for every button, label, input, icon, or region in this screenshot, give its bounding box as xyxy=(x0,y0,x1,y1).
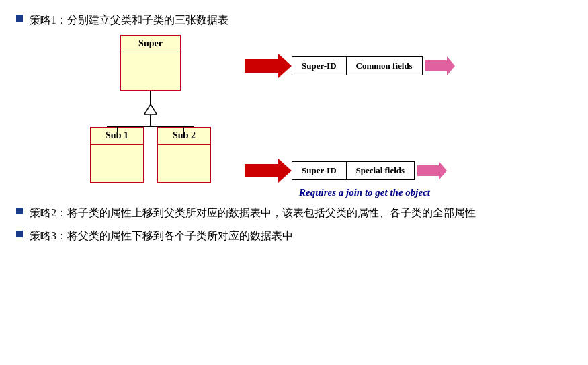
sub2-body xyxy=(158,145,210,163)
inheritance-triangle xyxy=(144,104,157,115)
table2: Super-ID Special fields xyxy=(292,161,415,180)
right-branch-line xyxy=(183,126,185,138)
bullet-item-2: 策略2：将子类的属性上移到父类所对应的数据表中，该表包括父类的属性、各子类的全部… xyxy=(16,205,572,221)
svg-marker-0 xyxy=(144,104,157,115)
sub1-body2 xyxy=(91,163,143,182)
vert-line-mid xyxy=(150,115,151,126)
svg-marker-1 xyxy=(245,54,292,78)
sub1-body xyxy=(91,145,143,163)
super-box-header: Super xyxy=(121,36,180,52)
diagram-container: Super xyxy=(23,35,572,198)
inheritance-connector xyxy=(107,91,194,127)
bullet-text-2: 策略2：将子类的属性上移到父类所对应的数据表中，该表包括父类的属性、各子类的全部… xyxy=(30,205,476,221)
uml-left-section: Super xyxy=(77,35,224,183)
bullet-text-1: 策略1：分别建立父类和子类的三张数据表 xyxy=(30,12,228,28)
svg-marker-3 xyxy=(245,159,292,183)
table1-row: Super-ID Common fields xyxy=(245,54,455,78)
super-box-body2 xyxy=(121,71,180,90)
svg-marker-2 xyxy=(425,56,455,75)
table1-col2: Common fields xyxy=(347,57,422,75)
sub2-box: Sub 2 xyxy=(157,127,211,183)
page: 策略1：分别建立父类和子类的三张数据表 Super xyxy=(0,0,588,263)
subs-row: Sub 1 Sub 2 xyxy=(90,127,211,183)
bullet-icon-1 xyxy=(16,15,23,22)
bullet-icon-2 xyxy=(16,208,23,214)
pink-arrow-2 xyxy=(417,161,447,180)
table1: Super-ID Common fields xyxy=(292,56,423,75)
table2-col2: Special fields xyxy=(347,162,415,179)
pink-arrow-1 xyxy=(425,56,455,75)
red-arrow-2 xyxy=(245,159,292,183)
red-arrow-1 xyxy=(245,54,292,78)
sub2-header: Sub 2 xyxy=(158,128,210,145)
svg-marker-4 xyxy=(417,161,447,180)
sub2-body2 xyxy=(158,163,210,182)
super-box-body xyxy=(121,52,180,71)
table2-row: Super-ID Special fields xyxy=(245,159,455,183)
table2-col1: Super-ID xyxy=(292,162,347,179)
bullet-icon-3 xyxy=(16,231,23,237)
left-branch-line xyxy=(117,126,118,138)
bullet-text-3: 策略3：将父类的属性下移到各个子类所对应的数据表中 xyxy=(30,228,293,244)
join-text: Requires a join to get the object xyxy=(157,187,572,198)
horiz-branch-line xyxy=(107,126,194,127)
bullet-item-1: 策略1：分别建立父类和子类的三张数据表 xyxy=(16,12,572,28)
tables-section: Super-ID Common fields xyxy=(245,35,455,183)
super-box: Super xyxy=(120,35,181,91)
table1-col1: Super-ID xyxy=(292,57,347,75)
vert-line-top xyxy=(150,91,151,104)
bullet-item-3: 策略3：将父类的属性下移到各个子类所对应的数据表中 xyxy=(16,228,572,244)
